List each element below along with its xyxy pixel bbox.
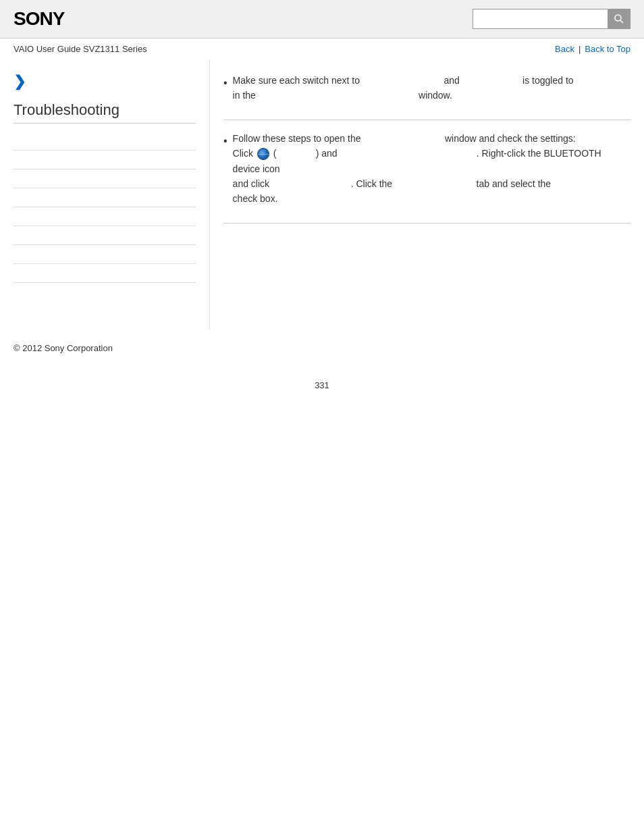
search-input[interactable] (473, 9, 608, 29)
bullet-item-1: • Make sure each switch next to and is t… (223, 73, 630, 103)
content-area: • Make sure each switch next to and is t… (209, 59, 630, 330)
sidebar-items (14, 132, 196, 283)
nav-separator: | (579, 44, 581, 54)
bullet-dot-2: • (223, 132, 227, 150)
bullet-text-1: Make sure each switch next to and is tog… (233, 73, 630, 103)
footer-copyright: © 2012 Sony Corporation (0, 330, 644, 367)
svg-point-0 (615, 15, 621, 21)
list-item[interactable] (14, 151, 196, 170)
globe-icon (257, 148, 269, 160)
sidebar-title: Troubleshooting (14, 101, 196, 124)
list-item[interactable] (14, 188, 196, 207)
nav-bar: VAIO User Guide SVZ1311 Series Back | Ba… (0, 38, 644, 59)
sidebar: ❯ Troubleshooting (14, 59, 209, 330)
search-area (473, 9, 630, 29)
list-item[interactable] (14, 226, 196, 245)
list-item[interactable] (14, 245, 196, 264)
svg-line-1 (620, 20, 623, 23)
copyright-text: © 2012 Sony Corporation (14, 343, 113, 353)
back-link[interactable]: Back (555, 44, 574, 54)
guide-title: VAIO User Guide SVZ1311 Series (14, 44, 147, 54)
content-divider-1 (223, 120, 630, 120)
main-content: ❯ Troubleshooting • Make sure each switc… (0, 59, 644, 330)
breadcrumb-icon: ❯ (14, 73, 196, 90)
bullet-dot-1: • (223, 74, 227, 92)
list-item[interactable] (14, 170, 196, 188)
bullet-text-2: Follow these steps to open the window an… (233, 131, 630, 207)
page-number-text: 331 (315, 380, 329, 390)
back-to-top-link[interactable]: Back to Top (585, 44, 630, 54)
search-button[interactable] (608, 9, 630, 29)
list-item[interactable] (14, 264, 196, 283)
list-item[interactable] (14, 132, 196, 151)
list-item[interactable] (14, 207, 196, 226)
bullet-item-2: • Follow these steps to open the window … (223, 131, 630, 207)
sony-logo: SONY (14, 8, 64, 30)
nav-links: Back | Back to Top (555, 44, 630, 54)
page-number: 331 (0, 367, 644, 404)
header: SONY (0, 0, 644, 38)
bullet-list: • Make sure each switch next to and is t… (223, 73, 630, 207)
content-divider-2 (223, 223, 630, 224)
